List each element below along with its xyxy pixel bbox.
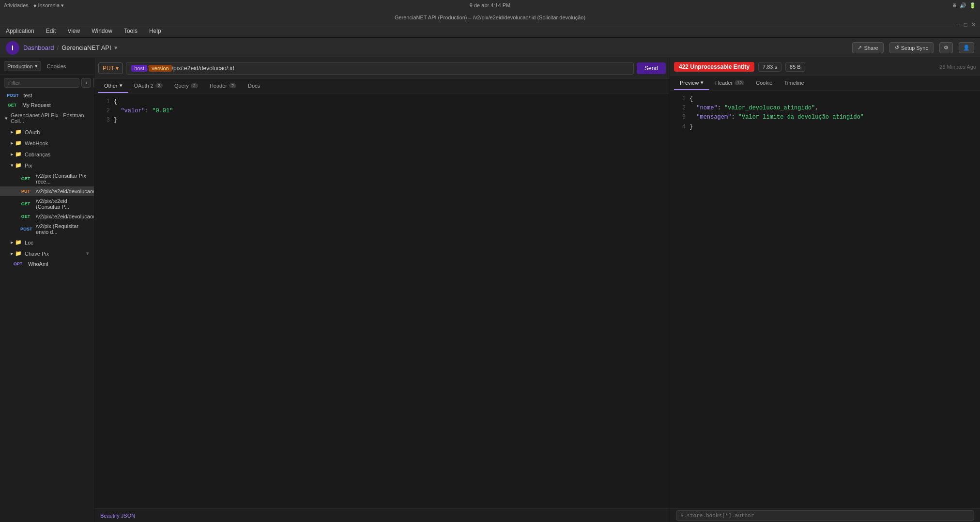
method-selector[interactable]: PUT ▾ [98, 62, 123, 74]
main-layout: Production ▾ Cookies + ⋯ POST test GET M… [0, 58, 980, 522]
menu-view[interactable]: View [65, 27, 82, 35]
sys-icon-2: 🔊 [960, 2, 966, 9]
code-line-2: 2 "valor": "0.01" [100, 107, 664, 116]
tab-docs[interactable]: Docs [242, 79, 266, 93]
response-body: 1 { 2 "nome": "valor_devolucao_atingido"… [670, 91, 980, 508]
request-area: PUT ▾ host / version /pix/:e2eid/devoluc… [94, 58, 670, 522]
sidebar-collection[interactable]: ▾ Gerencianet API Pix - Postman Coll... [0, 110, 94, 126]
tab-header[interactable]: Header 2 [204, 79, 242, 93]
sidebar-whoami[interactable]: OPT WhoAmI [0, 259, 94, 269]
sidebar-folder-oauth[interactable]: ▸ 📁 OAuth [0, 126, 94, 138]
beautify-json-button[interactable]: Beautify JSON [100, 513, 135, 519]
menu-help[interactable]: Help [147, 27, 163, 35]
folder-icon-4: ▾ 📁 [11, 162, 22, 169]
sidebar-folder-pix[interactable]: ▾ 📁 Pix [0, 160, 94, 171]
sidebar-pix-e2eid-get[interactable]: GET /v2/pix/:e2eid (Consultar P... [0, 196, 94, 212]
menu-application[interactable]: Application [4, 27, 36, 35]
sidebar-pix-envio-post[interactable]: POST /v2/pix (Requisitar envio d... [0, 221, 94, 237]
breadcrumb-dropdown-icon[interactable]: ▾ [114, 44, 118, 51]
url-host-badge: host [131, 65, 147, 72]
pix-method-get-1: GET [18, 176, 33, 182]
setup-sync-button[interactable]: ↺ Setup Sync [889, 42, 934, 53]
app-logo: I [6, 41, 19, 55]
sidebar-folder-chavepix[interactable]: ▸ 📁 Chave Pix ▾ [0, 248, 94, 259]
response-bottom-bar [670, 508, 980, 522]
jq-input[interactable] [676, 510, 974, 521]
header-badge: 2 [229, 83, 236, 88]
sidebar-item-test[interactable]: POST test [0, 91, 94, 100]
folder-icon-5: ▸ 📁 [11, 239, 22, 246]
app-indicator: ● Insomnia ▾ [33, 2, 64, 9]
breadcrumb: Dashboard / GerenciaNET API ▾ [23, 44, 118, 51]
window-controls[interactable]: ─ □ ✕ [956, 21, 976, 28]
window-title: GerenciaNET API (Production) – /v2/pix/e… [395, 15, 585, 20]
pix-method-opt: OPT [11, 261, 25, 267]
pix-method-post: POST [18, 226, 33, 232]
sys-icon-3: 🔋 [969, 2, 976, 9]
menu-window[interactable]: Window [90, 27, 114, 35]
folder-icon-6: ▸ 📁 [11, 250, 22, 257]
sidebar-item-label-myrequest: My Request [22, 102, 51, 108]
env-label: Production [7, 63, 33, 69]
folder-label-webhook: WebHook [25, 140, 48, 146]
pix-method-get-3: GET [18, 214, 33, 219]
menu-edit[interactable]: Edit [44, 27, 58, 35]
cookies-button[interactable]: Cookies [44, 62, 69, 71]
folder-icon-3: ▸ 📁 [11, 151, 22, 157]
env-selector[interactable]: Production ▾ [4, 61, 41, 71]
sidebar: Production ▾ Cookies + ⋯ POST test GET M… [0, 58, 94, 522]
response-line-2: 2 "nome": "valor_devolucao_atingido", [676, 104, 974, 113]
tab-other[interactable]: Other ▾ [98, 79, 128, 93]
folder-label-pix: Pix [25, 163, 32, 169]
activities-label[interactable]: Atividades [4, 2, 29, 8]
tab-timeline[interactable]: Timeline [778, 77, 810, 90]
body-editor[interactable]: 1 { 2 "valor": "0.01" 3 } [94, 93, 670, 508]
method-badge-post: POST [5, 92, 21, 98]
user-button[interactable]: 👤 [959, 42, 974, 53]
tab-response-header[interactable]: Header 12 [709, 77, 750, 90]
folder-icon-2: ▸ 📁 [11, 140, 22, 146]
breadcrumb-dashboard[interactable]: Dashboard [23, 44, 54, 51]
menu-tools[interactable]: Tools [122, 27, 139, 35]
sidebar-pix-devolucao-put[interactable]: PUT /v2/pix/:e2eid/devolucao/... [0, 186, 94, 196]
whoami-label: WhoAmI [28, 261, 48, 267]
sidebar-pix-devolucao-get[interactable]: GET /v2/pix/:e2eid/devolucao/... [0, 212, 94, 221]
sidebar-folder-loc[interactable]: ▸ 📁 Loc [0, 237, 94, 248]
sidebar-item-label-test: test [24, 92, 32, 98]
filter-add-button[interactable]: + [81, 78, 91, 88]
settings-button[interactable]: ⚙ [939, 42, 953, 53]
sidebar-item-myrequest[interactable]: GET My Request [0, 100, 94, 110]
folder-label-cobrancas: Cobranças [25, 152, 50, 157]
send-button[interactable]: Send [637, 62, 666, 74]
tab-query[interactable]: Query 2 [168, 79, 204, 93]
share-icon: ↗ [858, 45, 862, 51]
filter-row: + ⋯ [0, 75, 94, 91]
response-tabs-bar: Preview ▾ Header 12 Cookie Timeline [670, 76, 980, 91]
sidebar-pix-consultar[interactable]: GET /v2/pix (Consultar Pix rece... [0, 171, 94, 186]
pix-item-1: /v2/pix (Consultar Pix rece... [36, 173, 89, 184]
close-button[interactable]: ✕ [971, 21, 976, 28]
sidebar-content: POST test GET My Request ▾ Gerencianet A… [0, 91, 94, 522]
url-bar: PUT ▾ host / version /pix/:e2eid/devoluc… [94, 58, 670, 79]
tab-preview[interactable]: Preview ▾ [674, 76, 709, 90]
folder-icon: ▸ 📁 [11, 129, 22, 135]
menu-bar: Application Edit View Window Tools Help [0, 24, 980, 38]
sidebar-folder-cobrancas[interactable]: ▸ 📁 Cobranças [0, 149, 94, 160]
breadcrumb-app: GerenciaNET API [61, 44, 111, 51]
pix-item-4: /v2/pix/:e2eid/devolucao/... [36, 214, 94, 219]
share-button[interactable]: ↗ Share [852, 42, 883, 53]
pix-item-3: /v2/pix/:e2eid (Consultar P... [36, 198, 89, 210]
url-display[interactable]: host / version /pix/:e2eid/devolucao/:id [126, 62, 634, 75]
sidebar-folder-webhook[interactable]: ▸ 📁 WebHook [0, 138, 94, 149]
method-dropdown-icon: ▾ [116, 65, 119, 72]
filter-input[interactable] [4, 78, 79, 88]
response-area: 422 Unprocessable Entity 7.83 s 85 B 26 … [670, 58, 980, 522]
collection-label: Gerencianet API Pix - Postman Coll... [11, 112, 89, 124]
datetime-label: 9 de abr 4:14 PM [470, 2, 510, 8]
response-status-bar: 422 Unprocessable Entity 7.83 s 85 B 26 … [670, 58, 980, 76]
tab-oauth2[interactable]: OAuth 2 2 [128, 79, 168, 93]
folder-options-icon[interactable]: ▾ [86, 250, 89, 257]
minimize-button[interactable]: ─ [956, 21, 960, 28]
tab-cookie[interactable]: Cookie [750, 77, 778, 90]
maximize-button[interactable]: □ [964, 21, 967, 28]
